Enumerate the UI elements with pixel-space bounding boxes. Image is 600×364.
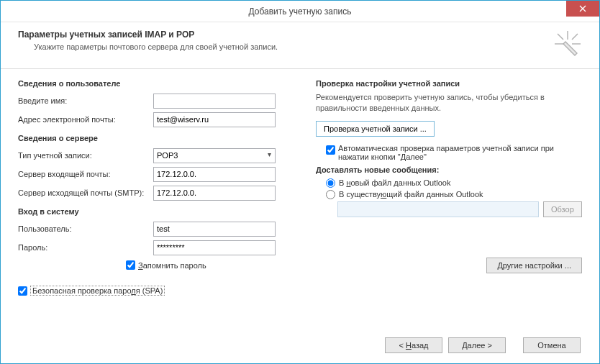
svg-line-3 xyxy=(558,34,563,40)
cancel-button[interactable]: Отмена xyxy=(523,337,581,353)
incoming-server-label: Сервер входящей почты: xyxy=(18,170,153,178)
section-login: Вход в систему xyxy=(18,207,309,216)
deliver-title: Доставлять новые сообщения: xyxy=(316,165,582,174)
password-input[interactable] xyxy=(153,240,276,255)
header-title: Параметры учетных записей IMAP и POP xyxy=(18,29,553,40)
header-pane: Параметры учетных записей IMAP и POP Ука… xyxy=(1,22,599,69)
username-input[interactable] xyxy=(153,222,276,237)
other-settings-button[interactable]: Другие настройки ... xyxy=(486,258,582,273)
wizard-icon xyxy=(553,29,582,58)
outgoing-server-label: Сервер исходящей почты (SMTP): xyxy=(18,188,153,197)
deliver-new-label: В новый файл данных Outlook xyxy=(339,178,450,187)
deliver-new-radio[interactable] xyxy=(326,178,335,188)
name-input[interactable] xyxy=(153,94,276,109)
close-button[interactable] xyxy=(566,1,599,17)
header-subtitle: Укажите параметры почтового сервера для … xyxy=(18,42,553,51)
dialog-window: Добавить учетную запись Параметры учетны… xyxy=(0,0,600,364)
verify-account-button[interactable]: Проверка учетной записи ... xyxy=(316,121,435,137)
browse-button: Обзор xyxy=(543,201,582,217)
auto-verify-checkbox[interactable] xyxy=(326,145,335,155)
window-title: Добавить учетную запись xyxy=(249,6,352,17)
titlebar: Добавить учетную запись xyxy=(1,1,599,22)
back-button[interactable]: < Назад xyxy=(385,337,442,353)
name-label: Введите имя: xyxy=(18,96,153,105)
verify-title: Проверка настройки учетной записи xyxy=(316,79,582,88)
section-user-info: Сведения о пользователе xyxy=(18,79,309,88)
username-label: Пользователь: xyxy=(18,224,153,233)
deliver-existing-radio[interactable] xyxy=(326,190,335,199)
remember-password-label: Запомнить пароль xyxy=(138,261,206,270)
spa-label: Безопасная проверка пароля (SPA) xyxy=(30,286,165,296)
existing-file-input xyxy=(337,201,539,217)
remember-password-checkbox[interactable] xyxy=(126,260,135,270)
content-area: Сведения о пользователе Введите имя: Адр… xyxy=(1,69,599,330)
outgoing-server-input[interactable] xyxy=(153,186,276,201)
next-button[interactable]: Далее > xyxy=(448,337,506,353)
verify-description: Рекомендуется проверить учетную запись, … xyxy=(316,92,582,114)
spa-checkbox[interactable] xyxy=(18,286,27,296)
svg-line-4 xyxy=(572,34,578,40)
footer: < Назад Далее > Отмена xyxy=(1,330,599,363)
account-type-select[interactable] xyxy=(153,148,276,163)
right-column: Проверка настройки учетной записи Рекоме… xyxy=(309,79,582,324)
password-label: Пароль: xyxy=(18,243,153,252)
email-label: Адрес электронной почты: xyxy=(18,115,153,124)
left-column: Сведения о пользователе Введите имя: Адр… xyxy=(18,79,309,324)
section-server-info: Сведения о сервере xyxy=(18,134,309,142)
auto-verify-label: Автоматическая проверка параметров учетн… xyxy=(338,144,554,161)
deliver-existing-label: В существующий файл данных Outlook xyxy=(339,190,483,199)
close-icon xyxy=(579,5,586,12)
email-input[interactable] xyxy=(153,112,276,127)
incoming-server-input[interactable] xyxy=(153,167,276,182)
account-type-label: Тип учетной записи: xyxy=(18,151,153,160)
